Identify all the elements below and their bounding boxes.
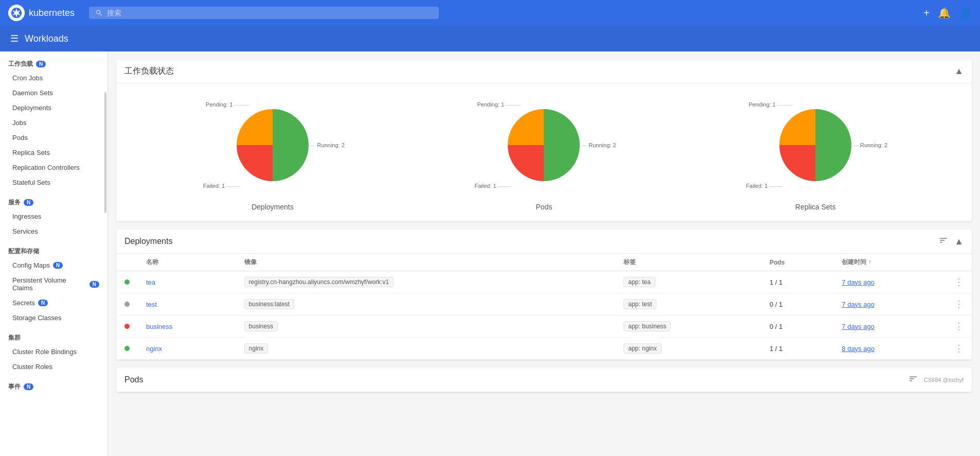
status-indicator — [124, 302, 130, 307]
row-menu-btn[interactable]: ⋮ — [954, 277, 964, 287]
row-status-cell — [116, 293, 138, 315]
pods-filter-icon[interactable] — [908, 374, 918, 385]
th-label: 标签 — [615, 254, 761, 271]
deployments-pie — [234, 107, 311, 184]
sidebar-events-label: 事件 — [8, 382, 21, 391]
pods-pie — [505, 107, 582, 184]
sidebar-item-cluster-role-bindings[interactable]: Cluster Role Bindings — [0, 344, 108, 359]
th-actions — [946, 254, 972, 271]
label-chip: app: test — [623, 299, 656, 309]
deployments-pending-label: Pending: 1 — [206, 101, 250, 108]
label-chip: app: tea — [623, 277, 655, 287]
sidebar-item-cron-jobs[interactable]: Cron Jobs — [0, 71, 108, 85]
row-pods-cell: 1 / 1 — [761, 338, 833, 360]
row-label-cell: app: business — [615, 315, 761, 338]
sidebar-item-pvc[interactable]: Persistent Volume Claims N — [0, 273, 108, 295]
row-menu-cell: ⋮ — [946, 315, 972, 338]
top-nav-right: + 🔔 👤 — [923, 7, 972, 19]
sidebar-item-cluster-roles[interactable]: Cluster Roles — [0, 359, 108, 374]
row-label-cell: app: test — [615, 293, 761, 315]
deployment-name-link[interactable]: business — [146, 323, 172, 330]
row-name-cell: business — [138, 315, 236, 338]
row-menu-btn[interactable]: ⋮ — [954, 343, 964, 354]
deployment-name-link[interactable]: tea — [146, 278, 155, 286]
row-time-cell: 7 days ago — [833, 293, 946, 315]
row-menu-btn[interactable]: ⋮ — [954, 299, 964, 309]
main-content: 工作负载状态 ▲ — [108, 51, 980, 456]
scrollbar-thumb[interactable] — [104, 92, 106, 214]
sidebar-item-ingresses[interactable]: Ingresses — [0, 209, 108, 224]
th-name: 名称 — [138, 254, 236, 271]
pods-card-title: Pods — [124, 375, 143, 384]
charts-container: Pending: 1 Running: 2 Failed: 1 Deployme… — [116, 83, 972, 221]
workloads-header: ☰ Workloads — [0, 26, 980, 51]
row-name-cell: test — [138, 293, 236, 315]
sidebar-item-config-maps[interactable]: Config Maps N — [0, 258, 108, 273]
sidebar-item-replica-sets[interactable]: Replica Sets — [0, 145, 108, 160]
sidebar-config-label: 配置和存储 — [8, 247, 39, 256]
row-menu-btn[interactable]: ⋮ — [954, 321, 964, 331]
deployment-name-link[interactable]: test — [146, 301, 157, 308]
th-status — [116, 254, 138, 271]
pods-chart: Pending: 1 Running: 2 Failed: 1 Pods — [472, 94, 616, 211]
sidebar-item-daemon-sets[interactable]: Daemon Sets — [0, 85, 108, 100]
user-button[interactable]: 👤 — [959, 7, 972, 19]
sidebar-section-events: 事件 N — [0, 378, 108, 393]
th-pods: Pods — [761, 254, 833, 271]
logo-area: kubernetes — [8, 5, 75, 21]
row-pods-cell: 0 / 1 — [761, 315, 833, 338]
sidebar-item-secrets[interactable]: Secrets N — [0, 295, 108, 310]
sidebar-item-deployments[interactable]: Deployments — [0, 100, 108, 115]
deployments-table: 名称 镜像 标签 Pods 创建时间 ↑ tea registry.cn-han… — [116, 254, 972, 360]
image-chip: business:latest — [244, 299, 294, 309]
replica-sets-pie — [777, 107, 854, 184]
logo-text: kubernetes — [29, 8, 75, 19]
workloads-title: Workloads — [25, 33, 68, 44]
deployments-table-header-row: 名称 镜像 标签 Pods 创建时间 ↑ — [116, 254, 972, 271]
sidebar-item-replication-controllers[interactable]: Replication Controllers — [0, 160, 108, 175]
table-row: business business app: business 0 / 1 7 … — [116, 315, 972, 338]
deployment-name-link[interactable]: nginx — [146, 345, 162, 353]
sidebar-item-jobs[interactable]: Jobs — [0, 115, 108, 130]
status-indicator — [124, 346, 130, 351]
menu-icon[interactable]: ☰ — [10, 33, 19, 44]
workload-status-collapse-btn[interactable]: ▲ — [954, 66, 964, 77]
replicasets-failed-label: Failed: 1 — [746, 183, 782, 189]
row-status-cell — [116, 271, 138, 293]
add-button[interactable]: + — [923, 7, 930, 19]
search-input[interactable] — [107, 9, 433, 17]
deployments-card: Deployments ▲ 名称 镜像 标签 — [116, 230, 972, 360]
kubernetes-logo — [8, 5, 25, 21]
deployments-filter-icon[interactable] — [939, 236, 948, 247]
row-menu-cell: ⋮ — [946, 271, 972, 293]
status-indicator — [124, 279, 130, 285]
deployments-running-label: Running: 2 — [306, 142, 345, 148]
table-row: test business:latest app: test 0 / 1 7 d… — [116, 293, 972, 315]
row-image-cell: registry.cn-hangzhou.aliyuncs.com/wmzhyf… — [236, 271, 616, 293]
sidebar-services-badge: N — [24, 199, 33, 206]
table-row: nginx nginx app: nginx 1 / 1 8 days ago … — [116, 338, 972, 360]
sidebar-services-label: 服务 — [8, 198, 21, 207]
sidebar-section-services: 服务 N — [0, 194, 108, 209]
sidebar-item-stateful-sets[interactable]: Stateful Sets — [0, 175, 108, 190]
row-label-cell: app: nginx — [615, 338, 761, 360]
sidebar-item-pods[interactable]: Pods — [0, 130, 108, 145]
sidebar-workloads-label: 工作负载 — [8, 60, 33, 68]
pods-running-label: Running: 2 — [577, 142, 616, 148]
row-status-cell — [116, 315, 138, 338]
time-value: 7 days ago — [842, 301, 875, 308]
time-value: 8 days ago — [842, 345, 875, 353]
sidebar-item-services[interactable]: Services — [0, 224, 108, 239]
sidebar-item-storage-classes[interactable]: Storage Classes — [0, 310, 108, 325]
row-time-cell: 8 days ago — [833, 338, 946, 360]
sidebar: 工作负载 N Cron Jobs Daemon Sets Deployments… — [0, 51, 108, 456]
row-time-cell: 7 days ago — [833, 315, 946, 338]
time-value: 7 days ago — [842, 278, 875, 286]
deployments-chart: Pending: 1 Running: 2 Failed: 1 Deployme… — [201, 94, 345, 211]
pods-card: Pods CS684 @tozhyf — [116, 368, 972, 392]
replicasets-pending-label: Pending: 1 — [749, 101, 793, 108]
replicasets-running-label: Running: 2 — [848, 142, 887, 148]
deployments-collapse-btn[interactable]: ▲ — [954, 236, 964, 247]
row-menu-cell: ⋮ — [946, 338, 972, 360]
notification-button[interactable]: 🔔 — [938, 7, 951, 19]
